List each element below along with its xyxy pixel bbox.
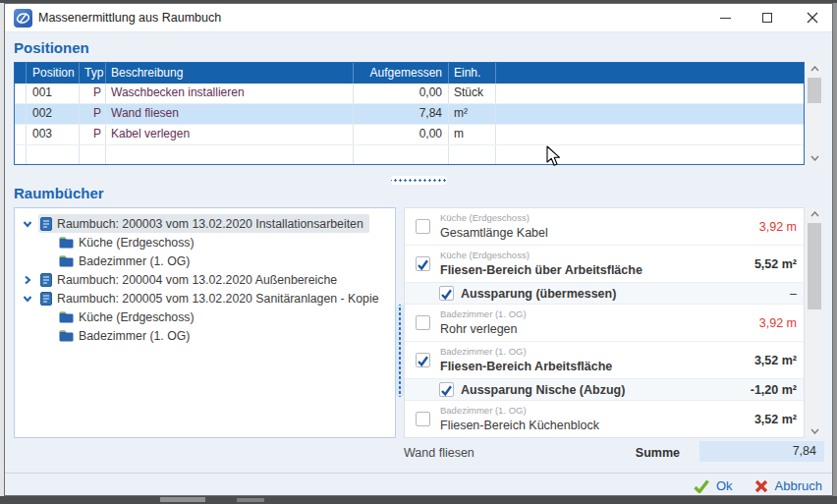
summary-value: 7,84 xyxy=(699,441,824,462)
close-button[interactable] xyxy=(793,4,832,31)
tree-item-raumbuch-200003[interactable]: Raumbuch: 200003 vom 13.02.2020 Installa… xyxy=(15,214,395,233)
measurement-row-rohr-verlegen[interactable]: Badezimmer (1. OG) Rohr verlegen 3,92 m xyxy=(405,305,804,342)
checkbox-checked[interactable] xyxy=(439,286,454,301)
row-selector-cell[interactable] xyxy=(15,104,27,124)
chevron-down-icon[interactable] xyxy=(22,293,33,305)
header-gutter xyxy=(15,63,27,84)
checkbox-checked[interactable] xyxy=(416,353,430,367)
checkbox-unchecked[interactable] xyxy=(416,219,430,234)
checkbox-unchecked[interactable] xyxy=(416,315,430,330)
measurement-value: 5,52 m² xyxy=(754,257,797,271)
measurement-row-gesamtlaenge-kabel[interactable]: Küche (Erdgeschoss) Gesamtlänge Kabel 3,… xyxy=(405,208,804,246)
table-row-001[interactable]: 001 P Waschbecken installieren 0,00 Stüc… xyxy=(15,84,804,104)
measurement-value: 3,52 m² xyxy=(754,413,797,426)
cell-einheit: Stück xyxy=(449,84,496,103)
measurement-row-fliesen-arbeitsflaeche[interactable]: Badezimmer (1. OG) Fliesen-Bereich Arbei… xyxy=(405,342,804,379)
roombook-icon xyxy=(40,273,52,287)
room-label: Badezimmer (1. OG) xyxy=(440,405,599,417)
mouse-cursor xyxy=(546,145,561,167)
measurement-name: Aussparung Nische (Abzug) xyxy=(461,383,625,397)
measurement-name: Rohr verlegen xyxy=(440,321,527,337)
measurement-subrow-aussparung-nische[interactable]: Aussparung Nische (Abzug) -1,20 m² xyxy=(405,379,804,401)
folder-icon xyxy=(59,255,74,267)
screen: Massenermittlung aus Raumbuch Positionen… xyxy=(0,0,837,504)
column-header-einheit[interactable]: Einh. xyxy=(449,63,496,84)
tree-item-raumbuch-200005[interactable]: Raumbuch: 200005 vom 13.02.2020 Sanitära… xyxy=(15,289,395,308)
measurement-subrow-aussparung-uebermessen[interactable]: Aussparung (übermessen) – xyxy=(405,283,804,305)
cell-einheit: m² xyxy=(449,104,496,124)
maximize-icon xyxy=(762,13,772,23)
cell-position: 001 xyxy=(27,84,80,103)
tree-selection: Raumbuch: 200003 vom 13.02.2020 Installa… xyxy=(38,214,369,233)
measurement-list: Küche (Erdgeschoss) Gesamtlänge Kabel 3,… xyxy=(404,207,805,438)
horizontal-splitter[interactable] xyxy=(391,176,447,185)
tree-item-label: Küche (Erdgeschoss) xyxy=(79,236,195,250)
tree-item-kueche-eg-2[interactable]: Küche (Erdgeschoss) xyxy=(15,308,395,326)
measurement-row-fliesen-ueber-arbeitsflaeche[interactable]: Küche (Erdgeschoss) Fliesen-Bereich über… xyxy=(405,246,804,283)
row-selector-cell[interactable] xyxy=(15,125,27,144)
roombook-icon xyxy=(40,292,52,306)
minimize-button[interactable] xyxy=(705,4,745,31)
measurement-scrollbar[interactable] xyxy=(807,207,822,438)
tree-item-kueche-eg-1[interactable]: Küche (Erdgeschoss) xyxy=(15,233,395,252)
table-row-003[interactable]: 003 P Kabel verlegen 0,00 m xyxy=(15,125,804,145)
scrollbar-thumb[interactable] xyxy=(808,78,821,103)
tree-item-label: Raumbuch: 200003 vom 13.02.2020 Installa… xyxy=(57,217,363,231)
scrollbar-thumb[interactable] xyxy=(808,223,821,309)
table-row-002-selected[interactable]: 002 P Wand fliesen 7,84 m² xyxy=(15,104,804,125)
tree-item-badezimmer-og-2[interactable]: Badezimmer (1. OG) xyxy=(15,326,395,345)
column-header-aufgemessen[interactable]: Aufgemessen xyxy=(354,63,449,84)
tree-item-badezimmer-og-1[interactable]: Badezimmer (1. OG) xyxy=(15,252,395,270)
measurement-value: 3,92 m xyxy=(759,220,797,234)
row-selector-cell[interactable] xyxy=(15,84,27,103)
tree-item-raumbuch-200004[interactable]: Raumbuch: 200004 vom 13.02.2020 Außenber… xyxy=(15,270,395,289)
scroll-down-icon[interactable] xyxy=(807,151,822,165)
checkbox-checked[interactable] xyxy=(416,256,430,271)
chevron-right-icon[interactable] xyxy=(22,274,33,286)
cell-typ: P xyxy=(80,104,106,124)
room-label: Küche (Erdgeschoss) xyxy=(440,212,548,224)
roombooks-section-title: Raumbücher xyxy=(14,185,104,201)
dialog-massenermittlung: Massenermittlung aus Raumbuch Positionen… xyxy=(4,3,833,496)
column-header-beschreibung[interactable]: Beschreibung xyxy=(106,63,354,84)
x-icon xyxy=(754,479,768,493)
positions-section-title: Positionen xyxy=(14,39,89,56)
measurement-name: Fliesen-Bereich über Arbeitsfläche xyxy=(440,262,642,278)
cell-beschreibung: Waschbecken installieren xyxy=(106,84,354,103)
measurement-name: Fliesen-Bereich Küchenblock xyxy=(440,418,599,433)
cell-typ: P xyxy=(80,84,106,103)
positions-scrollbar[interactable] xyxy=(807,62,822,165)
cell-position: 003 xyxy=(27,125,80,144)
ok-button[interactable]: Ok xyxy=(694,478,733,493)
measurement-value: -1,20 m² xyxy=(751,383,797,397)
scroll-down-icon[interactable] xyxy=(807,424,822,438)
cell-typ: P xyxy=(80,125,106,144)
measurement-row-fliesen-kuechenblock[interactable]: Badezimmer (1. OG) Fliesen-Bereich Küche… xyxy=(405,401,804,438)
close-icon xyxy=(807,12,818,24)
tree-item-label: Küche (Erdgeschoss) xyxy=(79,310,195,324)
titlebar[interactable]: Massenermittlung aus Raumbuch xyxy=(5,4,832,32)
scroll-up-icon[interactable] xyxy=(807,207,822,221)
vertical-splitter[interactable] xyxy=(396,305,404,397)
cell-einheit: m xyxy=(449,125,496,144)
folder-icon xyxy=(59,237,74,249)
cancel-button[interactable]: Abbruch xyxy=(754,478,822,493)
checkbox-unchecked[interactable] xyxy=(416,412,430,426)
maximize-button[interactable] xyxy=(748,4,787,31)
summary-position-label: Wand fliesen xyxy=(404,443,474,463)
table-row-empty[interactable] xyxy=(15,145,804,165)
background-window-artifact xyxy=(160,497,205,502)
checkbox-checked[interactable] xyxy=(439,382,454,397)
app-logo-icon xyxy=(14,9,32,28)
room-label: Badezimmer (1. OG) xyxy=(440,346,612,358)
measurement-value: 3,52 m² xyxy=(754,354,797,367)
scroll-up-icon[interactable] xyxy=(807,62,822,76)
window-title: Massenermittlung aus Raumbuch xyxy=(38,4,221,31)
column-header-typ[interactable]: Typ xyxy=(80,63,106,84)
tree-item-label: Raumbuch: 200004 vom 13.02.2020 Außenber… xyxy=(57,273,337,287)
column-header-position[interactable]: Position xyxy=(27,63,80,84)
measurement-value: – xyxy=(790,287,797,301)
dialog-buttons: Ok Abbruch xyxy=(694,478,822,493)
measurement-name: Fliesen-Bereich Arbeitsfläche xyxy=(440,359,612,374)
chevron-down-icon[interactable] xyxy=(22,218,33,230)
